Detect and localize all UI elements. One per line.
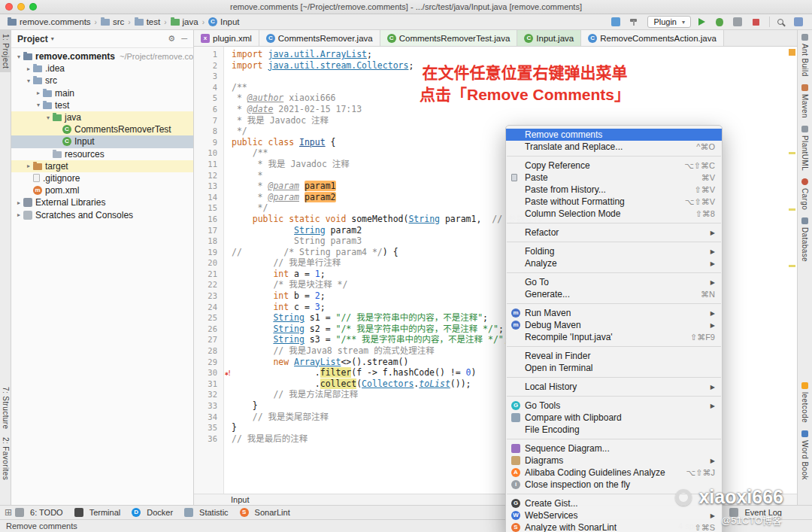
breadcrumb-item-test[interactable]: test (133, 17, 162, 26)
stop-button[interactable] (751, 16, 763, 28)
tree-collapsed-chevron-icon[interactable]: ▸ (14, 199, 23, 206)
minimize-button[interactable] (17, 3, 25, 11)
tab-input-java[interactable]: CInput.java (517, 30, 581, 46)
breadcrumb-item-java[interactable]: java (169, 17, 200, 26)
menu-item-open-in-terminal[interactable]: Open in Terminal (506, 362, 722, 374)
tree-item-java[interactable]: ▾java (11, 111, 193, 123)
tool-button-ant-build[interactable]: Ant Build (798, 30, 812, 81)
chevron-down-icon[interactable]: ▾ (51, 35, 54, 42)
tree-collapsed-chevron-icon[interactable]: ▸ (14, 211, 23, 218)
code-line[interactable]: 6 * @date 2021-02-15 17:13 (194, 104, 788, 115)
tool-window-button-docker[interactable]: DDocker (132, 508, 173, 517)
tool-button-2-favorites[interactable]: 2: Favorites (0, 433, 11, 484)
menu-item-analyze-with-sonarlint[interactable]: SAnalyze with SonarLint⇧⌘S (506, 521, 722, 532)
tool-window-button-statistic[interactable]: Statistic (184, 508, 229, 517)
menu-item-local-history[interactable]: Local History▶ (506, 381, 722, 393)
menu-item-paste[interactable]: Paste⌘V (506, 172, 722, 184)
menu-item-copy-reference[interactable]: Copy Reference⌥⇧⌘C (506, 160, 722, 172)
tree-expanded-chevron-icon[interactable]: ▾ (44, 114, 53, 121)
code-line[interactable]: 2import java.util.stream.Collectors; (194, 60, 788, 71)
tool-button-database[interactable]: Database (798, 214, 812, 266)
tool-button-plantuml[interactable]: PlantUML (798, 122, 812, 175)
tab-commentsremovertest-java[interactable]: CCommentsRemoverTest.java (380, 30, 518, 46)
menu-item-alibaba-coding-guidelines-analyze[interactable]: AAlibaba Coding Guidelines Analyze⌥⇧⌘J (506, 467, 722, 479)
menu-item-generate[interactable]: Generate...⌘N (506, 288, 722, 300)
tool-button-cargo[interactable]: Cargo (798, 175, 812, 214)
menu-item-diagrams[interactable]: Diagrams▶ (506, 454, 722, 467)
tab-commentsremover-java[interactable]: CCommentsRemover.java (259, 30, 380, 46)
hammer-button[interactable] (629, 16, 641, 28)
coverage-button[interactable] (733, 16, 745, 28)
code-line[interactable]: 3 (194, 71, 788, 82)
layout-button[interactable] (794, 16, 806, 28)
menu-item-translate-and-replace[interactable]: Translate and Replace...^⌘O (506, 141, 722, 153)
tool-window-button-terminal[interactable]: Terminal (74, 508, 121, 517)
code-line[interactable]: 4/** (194, 82, 788, 93)
tool-button-word-book[interactable]: Word Book (798, 427, 812, 484)
tree-item-pom-xml[interactable]: mpom.xml (11, 184, 193, 196)
tab-removecommentsaction-java[interactable]: CRemoveCommentsAction.java (581, 30, 724, 46)
tool-window-button-6-todo[interactable]: 6: TODO (15, 508, 63, 517)
menu-item-refactor[interactable]: Refactor▶ (506, 226, 722, 239)
tree-item-commentsremovertest[interactable]: CCommentsRemoverTest (11, 123, 193, 135)
tree-item-resources[interactable]: resources (11, 148, 193, 160)
tool-window-button-sonarlint[interactable]: SSonarLint (240, 508, 290, 517)
code-line[interactable]: 7 * 我是 Javadoc 注释 (194, 115, 788, 126)
tree-collapsed-chevron-icon[interactable]: ▸ (24, 65, 33, 72)
tree-item-remove-comments[interactable]: ▾remove.comments~/Project/remove.co (11, 50, 193, 62)
breadcrumb-item-remove-comments[interactable]: remove.comments (6, 17, 92, 26)
debug-button[interactable] (715, 16, 727, 28)
menu-item-debug-maven[interactable]: mDebug Maven▶ (506, 319, 722, 331)
menu-item-webservices[interactable]: WWebServices▶ (506, 509, 722, 521)
tree-item-main[interactable]: ▸main (11, 87, 193, 99)
menu-item-analyze[interactable]: Analyze▶ (506, 257, 722, 269)
tree-collapsed-chevron-icon[interactable]: ▸ (34, 90, 43, 96)
tree-item-idea[interactable]: ▸.idea (11, 62, 193, 74)
tree-item-gitignore[interactable]: .gitignore (11, 172, 193, 184)
tree-item-input[interactable]: CInput (11, 135, 193, 147)
tab-plugin-xml[interactable]: xplugin.xml (194, 30, 259, 46)
menu-item-run-maven[interactable]: mRun Maven▶ (506, 307, 722, 319)
tree-expanded-chevron-icon[interactable]: ▾ (14, 53, 23, 60)
tree-item-target[interactable]: ▸target (11, 160, 193, 172)
menu-item-go-to[interactable]: Go To▶ (506, 276, 722, 288)
tool-button-maven[interactable]: Maven (798, 81, 812, 122)
run-config-dropdown[interactable]: Plugin ▾ (647, 16, 691, 28)
menu-item-recompile-input-java[interactable]: Recompile 'Input.java'⇧⌘F9 (506, 331, 722, 343)
menu-item-compare-with-clipboard[interactable]: Compare with Clipboard (506, 412, 722, 424)
tree-expanded-chevron-icon[interactable]: ▾ (24, 78, 33, 84)
hide-panel-icon[interactable]: ─ (181, 34, 187, 44)
monitor-button[interactable] (611, 16, 623, 28)
menu-item-column-selection-mode[interactable]: Column Selection Mode⇧⌘8 (506, 208, 722, 220)
breadcrumb-item-input[interactable]: CInput (207, 17, 241, 26)
menu-item-go-tools[interactable]: GGo Tools▶ (506, 400, 722, 412)
close-button[interactable] (5, 3, 13, 11)
menu-item-file-encoding[interactable]: File Encoding (506, 424, 722, 436)
menu-item-folding[interactable]: Folding▶ (506, 245, 722, 257)
settings-icon[interactable]: ⚙ (168, 34, 175, 44)
menu-item-sequence-diagram[interactable]: Sequence Diagram... (506, 442, 722, 454)
menu-item-close-inspection-on-the-fly[interactable]: iClose inspection on the fly (506, 479, 722, 491)
search-button[interactable] (776, 16, 788, 28)
zoom-button[interactable] (29, 3, 37, 11)
code-line[interactable]: 1import java.util.ArrayList; (194, 49, 788, 60)
tool-button-1-project[interactable]: 1: Project (0, 30, 11, 72)
menu-item-paste-without-formatting[interactable]: Paste without Formatting⌥⇧⌘V (506, 196, 722, 208)
code-line[interactable]: 5 * @author xiaoxi666 (194, 93, 788, 104)
project-view-selector[interactable]: Project (17, 34, 48, 44)
tree-item-src[interactable]: ▾src (11, 74, 193, 87)
tree-item-scratches-and-consoles[interactable]: ▸Scratches and Consoles (11, 208, 193, 220)
tool-button-7-structure[interactable]: 7: Structure (0, 383, 11, 433)
tool-window-switcher-icon[interactable]: ⊞ (5, 507, 12, 518)
tool-button-leetcode[interactable]: leetcode (798, 378, 812, 427)
run-button[interactable] (697, 16, 709, 28)
tree-expanded-chevron-icon[interactable]: ▾ (34, 102, 43, 108)
menu-item-remove-comments[interactable]: Remove comments (506, 129, 722, 141)
tree-item-external-libraries[interactable]: ▸External Libraries (11, 196, 193, 208)
breadcrumb-file[interactable]: Input (231, 495, 249, 504)
breadcrumb-item-src[interactable]: src (99, 17, 126, 26)
menu-item-reveal-in-finder[interactable]: Reveal in Finder (506, 350, 722, 362)
menu-item-paste-from-history[interactable]: Paste from History...⇧⌘V (506, 184, 722, 196)
tree-collapsed-chevron-icon[interactable]: ▸ (24, 163, 33, 169)
tree-item-test[interactable]: ▾test (11, 99, 193, 111)
